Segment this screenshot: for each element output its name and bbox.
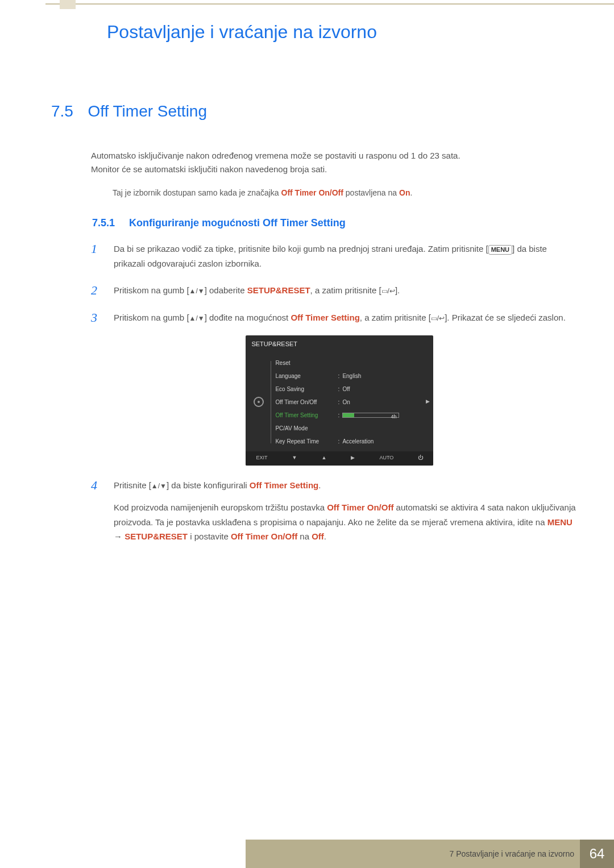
term-off-timer-onoff: Off Timer On/Off: [327, 502, 393, 512]
gear-icon: [254, 397, 264, 407]
footer-chapter-label: 7 Postavljanje i vraćanje na izvorno: [450, 849, 574, 858]
osd-slider: 4h: [342, 413, 399, 418]
menu-button-label: MENU: [488, 245, 512, 254]
footer-page-number: 64: [580, 840, 614, 868]
step-number: 3: [91, 310, 102, 465]
step-1: 1 Da bi se prikazao vodič za tipke, prit…: [91, 242, 577, 271]
step-4: 4 Pritisnite [▲/▼] da biste konfiguriral…: [91, 478, 577, 544]
page-footer: 7 Postavljanje i vraćanje na izvorno 64: [0, 840, 614, 868]
term-setup-reset: SETUP&RESET: [247, 285, 310, 295]
osd-footer: EXIT ▼ ▲ ▶ AUTO ⏻: [246, 451, 433, 466]
step-number: 2: [91, 283, 102, 298]
note-availability: Taj je izbornik dostupan samo kada je zn…: [113, 186, 577, 199]
osd-title: SETUP&RESET: [246, 335, 433, 353]
term-off-timer-onoff: Off Timer On/Off: [231, 531, 297, 541]
osd-row: PC/AV Mode: [275, 422, 421, 435]
subsection-heading: 7.5.1 Konfiguriranje mogućnosti Off Time…: [92, 217, 577, 229]
term-off-timer-setting: Off Timer Setting: [250, 480, 318, 490]
down-icon: ▼: [292, 454, 297, 462]
osd-menu-screenshot: SETUP&RESET Reset Language:English Eco S…: [246, 335, 433, 466]
osd-row: Key Repeat Time:Acceleration: [275, 435, 421, 448]
term-setup-reset: SETUP&RESET: [125, 531, 188, 541]
osd-auto-label: AUTO: [379, 454, 393, 462]
term-off: Off: [312, 531, 324, 541]
step-number: 4: [91, 478, 102, 544]
section-title: Off Timer Setting: [88, 102, 207, 121]
right-icon: ▶: [351, 454, 355, 462]
osd-row: Eco Saving:Off: [275, 383, 421, 396]
intro-paragraph: Automatsko isključivanje nakon određenog…: [91, 149, 577, 176]
chapter-tab-decoration: [60, 0, 76, 9]
osd-rows: Reset Language:English Eco Saving:Off Of…: [275, 356, 421, 448]
step-number: 1: [91, 242, 102, 271]
chevron-right-icon: ▶: [426, 397, 430, 406]
term-off-timer-setting: Off Timer Setting: [291, 313, 359, 322]
power-icon: ⏻: [418, 454, 423, 462]
osd-row: Reset: [275, 356, 421, 369]
up-down-icon: ▲/▼: [189, 287, 205, 295]
osd-row: Language:English: [275, 369, 421, 383]
term-menu: MENU: [547, 517, 572, 527]
up-down-icon: ▲/▼: [189, 314, 205, 322]
select-source-icon: ▭/↩: [381, 287, 395, 295]
section-number: 7.5: [51, 102, 85, 121]
osd-row: Off Timer On/Off:On: [275, 396, 421, 409]
up-icon: ▲: [321, 454, 326, 462]
select-source-icon: ▭/↩: [431, 314, 445, 322]
up-down-icon: ▲/▼: [151, 482, 167, 490]
subsection-title: Konfiguriranje mogućnosti Off Timer Sett…: [129, 217, 346, 229]
term-off-timer-onoff: Off Timer On/Off: [281, 188, 343, 197]
chapter-title: Postavljanje i vraćanje na izvorno: [107, 22, 377, 43]
step-3: 3 Pritiskom na gumb [▲/▼] dođite na mogu…: [91, 310, 577, 465]
term-on: On: [399, 188, 410, 197]
step-2: 2 Pritiskom na gumb [▲/▼] odaberite SETU…: [91, 283, 577, 298]
intro-line-2: Monitor će se automatski isključiti nako…: [91, 164, 327, 174]
osd-row-highlight: Off Timer Setting:4h: [275, 409, 421, 422]
top-border: [45, 0, 614, 5]
subsection-number: 7.5.1: [92, 217, 126, 229]
intro-line-1: Automatsko isključivanje nakon određenog…: [91, 151, 460, 160]
osd-exit-label: EXIT: [256, 454, 267, 462]
